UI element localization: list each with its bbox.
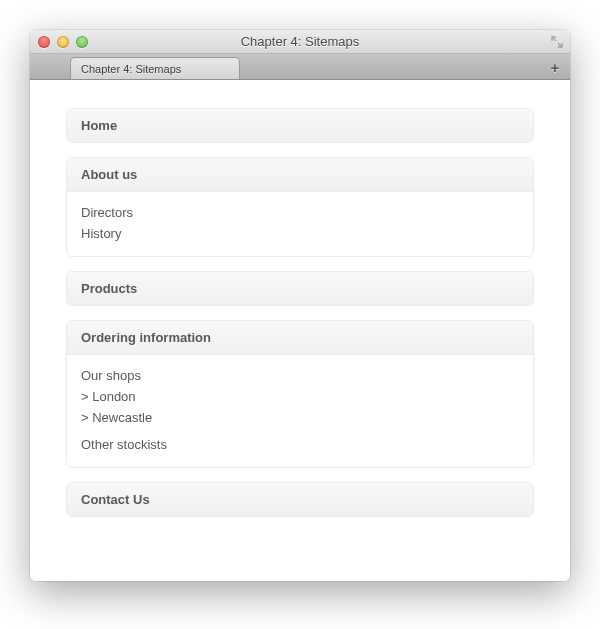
minimize-icon[interactable] xyxy=(57,36,69,48)
sitemap-section-contact: Contact Us xyxy=(66,482,534,517)
close-icon[interactable] xyxy=(38,36,50,48)
page-content: Home About us Directors History Products… xyxy=(30,80,570,581)
traffic-lights xyxy=(38,36,88,48)
about-body: Directors History xyxy=(67,192,533,256)
new-tab-button[interactable]: + xyxy=(546,58,564,76)
zoom-icon[interactable] xyxy=(76,36,88,48)
ordering-body: Our shops > London > Newcastle Other sto… xyxy=(67,355,533,467)
tab-label: Chapter 4: Sitemaps xyxy=(81,63,181,75)
link-our-shops[interactable]: Our shops xyxy=(81,368,519,383)
sitemap-section-products: Products xyxy=(66,271,534,306)
sitemap-section-home: Home xyxy=(66,108,534,143)
link-products[interactable]: Products xyxy=(81,281,519,296)
tab-active[interactable]: Chapter 4: Sitemaps xyxy=(70,57,240,79)
titlebar[interactable]: Chapter 4: Sitemaps xyxy=(30,30,570,54)
window-title: Chapter 4: Sitemaps xyxy=(30,34,570,49)
sitemap-section-ordering: Ordering information Our shops > London … xyxy=(66,320,534,468)
link-other-stockists[interactable]: Other stockists xyxy=(81,437,519,452)
browser-window: Chapter 4: Sitemaps Chapter 4: Sitemaps … xyxy=(30,30,570,581)
link-home[interactable]: Home xyxy=(81,118,519,133)
link-ordering[interactable]: Ordering information xyxy=(81,330,519,345)
link-newcastle[interactable]: > Newcastle xyxy=(81,410,519,425)
link-directors[interactable]: Directors xyxy=(81,205,519,220)
fullscreen-icon[interactable] xyxy=(550,35,564,49)
link-london[interactable]: > London xyxy=(81,389,519,404)
tabbar: Chapter 4: Sitemaps + xyxy=(30,54,570,80)
link-contact[interactable]: Contact Us xyxy=(81,492,519,507)
sitemap-section-about: About us Directors History xyxy=(66,157,534,257)
link-history[interactable]: History xyxy=(81,226,519,241)
link-about[interactable]: About us xyxy=(81,167,519,182)
